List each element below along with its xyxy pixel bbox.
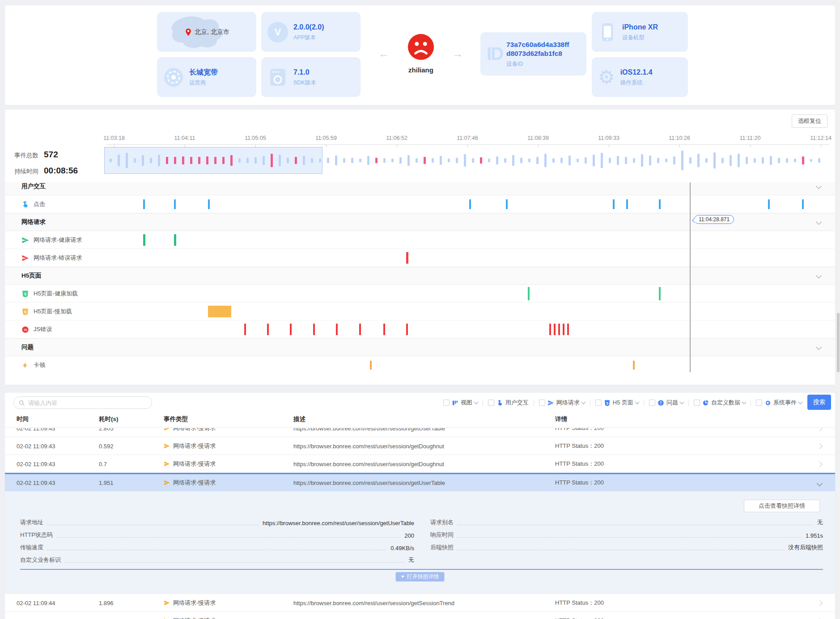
- event-mark[interactable]: [208, 199, 210, 209]
- chevron-down-icon: [680, 400, 684, 404]
- filter-item-6[interactable]: 自定义数据: [694, 399, 746, 407]
- event-mark[interactable]: [659, 199, 661, 209]
- event-mark[interactable]: [554, 324, 556, 335]
- filter-item-3[interactable]: 网络请求: [539, 399, 585, 407]
- filter-item-1[interactable]: 视图: [443, 399, 478, 407]
- chevron-down-icon[interactable]: [817, 480, 823, 486]
- event-mark[interactable]: [359, 324, 361, 335]
- chevron-right-icon[interactable]: [817, 600, 823, 606]
- checkbox[interactable]: [539, 400, 545, 406]
- reset-selection-button[interactable]: 选框复位: [792, 114, 827, 128]
- filter-item-7[interactable]: 系统事件: [756, 399, 802, 407]
- event-mark[interactable]: [549, 324, 551, 335]
- event-range-mark[interactable]: [208, 306, 231, 317]
- touch-icon: [496, 400, 503, 406]
- page-scrollbar[interactable]: [836, 0, 840, 619]
- table-row[interactable]: 02-02 11:09:430.592https://browser.bonre…: [5, 437, 835, 455]
- checkbox[interactable]: [488, 400, 494, 406]
- chevron-right-icon[interactable]: [817, 428, 823, 431]
- minimap-event-bar: [391, 159, 394, 162]
- event-mark[interactable]: [563, 324, 564, 335]
- track-row-label: 网络请求-错误请求: [34, 254, 82, 262]
- filter-separator: [590, 400, 590, 406]
- minimap-event-bar: [593, 155, 595, 166]
- event-mark[interactable]: [406, 324, 408, 335]
- event-mark[interactable]: [406, 252, 408, 264]
- minimap-event-bar: [158, 155, 160, 166]
- event-mark[interactable]: [659, 287, 661, 300]
- timeline-cursor-line[interactable]: [690, 182, 691, 372]
- event-mark[interactable]: [633, 361, 635, 370]
- checkbox[interactable]: [649, 400, 655, 406]
- snapshot-detail-button[interactable]: 点击查看快照详情: [744, 500, 820, 512]
- event-mark[interactable]: [313, 324, 315, 335]
- minimap-event-bar: [255, 157, 257, 164]
- event-mark[interactable]: [174, 234, 176, 246]
- table-row[interactable]: 02-02 11:09:431.951https://browser.bonre…: [5, 473, 835, 492]
- event-mark[interactable]: [567, 324, 569, 335]
- event-mark[interactable]: [528, 287, 530, 300]
- detail-field: HTTP状态码200: [20, 529, 414, 542]
- table-row[interactable]: 02-02 11:09:432.805https://browser.bonre…: [5, 428, 835, 437]
- event-mark[interactable]: [469, 199, 471, 209]
- table-row[interactable]: 02-02 11:09:440.462https://browser.bonre…: [5, 612, 835, 619]
- row-type: 网络请求-慢请求: [164, 599, 216, 607]
- event-mark[interactable]: [558, 324, 560, 335]
- detail-field-value: 200: [404, 532, 414, 539]
- row-duration: 1.896: [99, 599, 114, 606]
- event-mark[interactable]: [802, 199, 804, 209]
- open-snapshot-button[interactable]: 打开快照详情: [396, 572, 445, 581]
- device-id-value-line2: d8073d62fab1fc8: [506, 49, 569, 58]
- event-mark[interactable]: [626, 199, 628, 209]
- row-detail: HTTP Status：200: [555, 599, 604, 607]
- minimap-event-bar: [480, 157, 482, 164]
- filter-item-2[interactable]: 用户交互: [488, 399, 529, 407]
- table-row[interactable]: 02-02 11:09:441.896https://browser.bonre…: [5, 594, 835, 612]
- svg-text:JS: JS: [24, 328, 27, 331]
- chevron-right-icon[interactable]: [817, 443, 823, 449]
- event-mark[interactable]: [506, 199, 508, 209]
- event-mark[interactable]: [370, 361, 372, 370]
- event-mark[interactable]: [613, 199, 615, 209]
- event-mark[interactable]: [336, 324, 338, 335]
- minimap-event-bar: [448, 159, 450, 162]
- chevron-down-icon[interactable]: [816, 183, 822, 189]
- event-mark[interactable]: [143, 234, 145, 246]
- chevron-down-icon[interactable]: [816, 344, 822, 350]
- filter-item-5[interactable]: 问题: [649, 399, 683, 407]
- event-mark[interactable]: [143, 199, 145, 209]
- event-mark[interactable]: [768, 199, 770, 209]
- touch-icon: [21, 201, 29, 208]
- table-row[interactable]: 02-02 11:09:430.7https://browser.bonree.…: [5, 455, 835, 473]
- device-info-panel: 北京, 北京市 V 2.0.0(2.0) APP版本 长城宽带 运营商 7.1.…: [5, 5, 835, 105]
- minimap-brush[interactable]: [104, 147, 322, 174]
- checkbox[interactable]: [694, 400, 700, 406]
- row-desc: https://browser.bonree.com/rest/user/ses…: [293, 480, 445, 486]
- event-mark[interactable]: [383, 324, 385, 335]
- chevron-right-icon[interactable]: [817, 461, 823, 467]
- checkbox[interactable]: [443, 400, 450, 406]
- axis-tick-label: 11:06:52: [386, 135, 407, 141]
- minimap-strip[interactable]: [106, 147, 829, 173]
- row-desc: https://browser.bonree.com/rest/user/ses…: [293, 442, 444, 449]
- track-group-header[interactable]: 用户交互: [5, 182, 835, 195]
- chevron-down-icon[interactable]: [816, 219, 822, 225]
- row-type: 网络请求-慢请求: [164, 460, 216, 468]
- event-mark[interactable]: [174, 199, 176, 209]
- detail-field-label: 请求地址: [20, 518, 43, 526]
- search-button[interactable]: 搜索: [807, 395, 831, 410]
- chevron-down-icon[interactable]: [816, 273, 822, 278]
- track-group-label: 网络请求: [21, 218, 46, 226]
- filter-item-4[interactable]: 5H5 页面: [595, 399, 639, 407]
- checkbox[interactable]: [756, 400, 762, 406]
- event-mark[interactable]: [267, 324, 269, 335]
- track-group-header[interactable]: H5页面: [5, 267, 835, 285]
- event-mark[interactable]: [244, 324, 246, 335]
- search-input[interactable]: [13, 396, 152, 409]
- event-mark[interactable]: [290, 324, 292, 335]
- scrollbar-thumb[interactable]: [837, 313, 840, 372]
- checkbox[interactable]: [595, 400, 602, 406]
- dotted-leader: [56, 537, 401, 538]
- track-group-header[interactable]: 问题: [5, 338, 835, 356]
- row-type-label: 网络请求-慢请求: [173, 460, 216, 468]
